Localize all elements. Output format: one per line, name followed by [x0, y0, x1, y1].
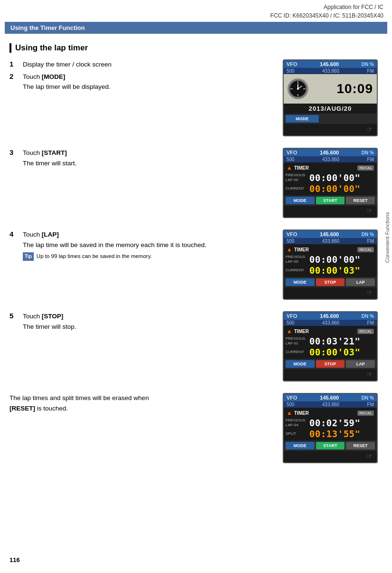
screen5-recall[interactable]: RECAL	[357, 411, 374, 416]
screen4-btn1[interactable]: MODE	[286, 360, 315, 368]
screen2-btn-row: MODE START RESET	[284, 195, 377, 206]
step-3-line: 3 Touch [START] The timer will start.	[10, 148, 283, 168]
screen2-curr-row: CURRENT 00:00'00"	[286, 183, 375, 194]
screen2-container: VFO 145.600 DN % 500 433.860 FM ▲ TIMER	[283, 148, 382, 218]
screen1-sub-bar: 500 433.860 FM	[284, 68, 377, 74]
step-5-number: 5	[10, 311, 23, 320]
screen3-btn1[interactable]: MODE	[286, 278, 315, 286]
screen3-freq1: 145.600	[320, 231, 339, 237]
step-3-subtext: The timer will start.	[23, 158, 283, 169]
bottom-text-content: The lap times and split times will be er…	[10, 393, 283, 413]
screen4-prev-row: PREVIOUSLAP-01 00:03'21"	[286, 336, 375, 346]
device-screen-5: VFO 145.600 DN % 500 433.860 FM ▲ TIMER	[283, 393, 378, 463]
screen3-btn3[interactable]: LAP	[346, 278, 375, 286]
screen2-indicators: DN %	[362, 150, 374, 155]
screen2-recall[interactable]: RECAL	[357, 165, 374, 171]
screen1-time: 10:09	[336, 81, 373, 96]
main-content: Using the lap timer 1 Display the timer …	[0, 34, 392, 484]
screen4-prev-time: 00:03'21"	[309, 336, 360, 346]
screen5-btn1[interactable]: MODE	[286, 442, 315, 449]
screen4-btn-row: MODE STOP LAP	[284, 359, 377, 369]
section-title-bar: Using the Timer Function	[5, 22, 387, 34]
step-1-text: Display the timer / clock screen	[23, 59, 283, 70]
step-1-number: 1	[10, 59, 23, 68]
screen3-curr-time: 00:00'03"	[309, 265, 360, 276]
step-4-text: Touch [LAP] The lap time will be saved i…	[23, 229, 283, 261]
screen5-container: VFO 145.600 DN % 500 433.860 FM ▲ TIMER	[283, 393, 382, 463]
step-4-number: 4	[10, 229, 23, 238]
screen2-prev-row: PREVIOUSLAP-00 00:00'00"	[286, 172, 375, 183]
screen5-split-time: 00:13'55"	[309, 429, 360, 439]
screen3-timer-header: ▲ TIMER RECAL	[286, 245, 375, 254]
step-5-block: 5 Touch [STOP] The timer will stop. VFO …	[10, 311, 382, 382]
screen3-timer-label: TIMER	[294, 247, 309, 252]
screen4-mode: FM	[367, 320, 374, 325]
step-4-bold: [LAP]	[42, 231, 59, 238]
screen4-btn2[interactable]: STOP	[316, 360, 345, 368]
screen4-recall[interactable]: RECAL	[357, 329, 374, 334]
screen3-recall[interactable]: RECAL	[357, 247, 374, 252]
screen5-vfo: VFO	[287, 395, 297, 401]
screen4-sub-bar: 500 433.860 FM	[284, 320, 377, 326]
screen4-curr-time: 00:00'03"	[309, 347, 360, 357]
screen3-curr-row: CURRENT 00:00'03"	[286, 265, 375, 276]
tip-label: Tip	[23, 252, 34, 261]
step-2-line: 2 Touch [MODE] The lap timer will be dis…	[10, 72, 283, 92]
screen3-prev-label: PREVIOUSLAP-00	[286, 255, 309, 264]
bottom-text-area: The lap times and split times will be er…	[10, 393, 283, 413]
screen3-mode: FM	[367, 239, 374, 244]
screen4-freq3: 433.860	[322, 320, 339, 325]
step-2-text: Touch [MODE] The lap timer will be displ…	[23, 72, 283, 92]
screen2-btn2[interactable]: START	[316, 197, 345, 204]
step-3-block: 3 Touch [START] The timer will start. VF…	[10, 148, 382, 218]
screen1-date: 2013/AUG/20	[284, 104, 377, 114]
page-number: 116	[10, 556, 20, 563]
screen4-curr-row: CURRENT 00:00'03"	[286, 347, 375, 357]
step-5-subtext: The timer will stop.	[23, 322, 283, 332]
screen4-freq2: 500	[287, 320, 295, 325]
bottom-block: The lap times and split times will be er…	[10, 393, 382, 463]
screen5-freq3: 433.860	[322, 402, 339, 407]
screen4-freq1: 145.600	[320, 313, 339, 319]
screen4-btn3[interactable]: LAP	[346, 360, 375, 368]
step-2-number: 2	[10, 72, 23, 80]
screen5-prev-row: PREVIOUSLAP-04 00:02'59"	[286, 418, 375, 428]
svg-point-7	[297, 88, 299, 90]
screen5-btn3[interactable]: RESET	[346, 442, 375, 449]
screen3-btn2[interactable]: STOP	[316, 278, 345, 286]
screen2-mode: FM	[367, 157, 374, 162]
screen2-curr-time: 00:00'00"	[309, 183, 360, 194]
screen1-mode: FM	[367, 68, 374, 74]
screen2-sub-bar: 500 433.860 FM	[284, 156, 377, 162]
screen4-curr-label: CURRENT	[286, 350, 309, 354]
steps-1-2-text: 1 Display the timer / clock screen 2 Tou…	[10, 59, 283, 94]
bottom-text-bold: [RESET]	[10, 405, 35, 412]
step-5-bold: [STOP]	[42, 313, 64, 320]
screen4-prev-label: PREVIOUSLAP-01	[286, 336, 309, 345]
screen1-top-bar: VFO 145.600 DN %	[284, 60, 377, 68]
screen4-top-bar: VFO 145.600 DN %	[284, 312, 377, 320]
screen5-btn2[interactable]: START	[316, 442, 345, 449]
screen5-mode: FM	[367, 402, 374, 407]
screen1-freq2: 500	[287, 68, 295, 74]
screen4-vfo: VFO	[287, 313, 297, 319]
screen3-freq2: 500	[287, 239, 295, 244]
sub-heading: Using the lap timer	[10, 43, 88, 53]
screen1-btn1[interactable]: MODE	[286, 115, 319, 123]
screen1-vfo: VFO	[287, 61, 297, 67]
screen5-split-label: SPLIT	[286, 431, 309, 436]
step-3-text: Touch [START] The timer will start.	[23, 148, 283, 168]
step-4-text-area: 4 Touch [LAP] The lap time will be saved…	[10, 229, 283, 263]
screen2-btn3[interactable]: RESET	[346, 197, 375, 204]
screen5-sub-bar: 500 433.860 FM	[284, 401, 377, 408]
screen2-btn1[interactable]: MODE	[286, 197, 315, 204]
step-3-text-area: 3 Touch [START] The timer will start.	[10, 148, 283, 170]
touch-indicator-1: ☞	[284, 124, 377, 135]
step-5-text: Touch [STOP] The timer will stop.	[23, 311, 283, 332]
device-screen-2: VFO 145.600 DN % 500 433.860 FM ▲ TIMER	[283, 148, 378, 218]
screen1-freq1: 145.600	[320, 61, 339, 67]
screen1-container: VFO 145.600 DN % 500 433.860 FM	[283, 59, 382, 136]
screen2-prev-label: PREVIOUSLAP-00	[286, 173, 309, 182]
step-1-line: 1 Display the timer / clock screen	[10, 59, 283, 70]
screen3-prev-time: 00:00'00"	[309, 254, 360, 265]
